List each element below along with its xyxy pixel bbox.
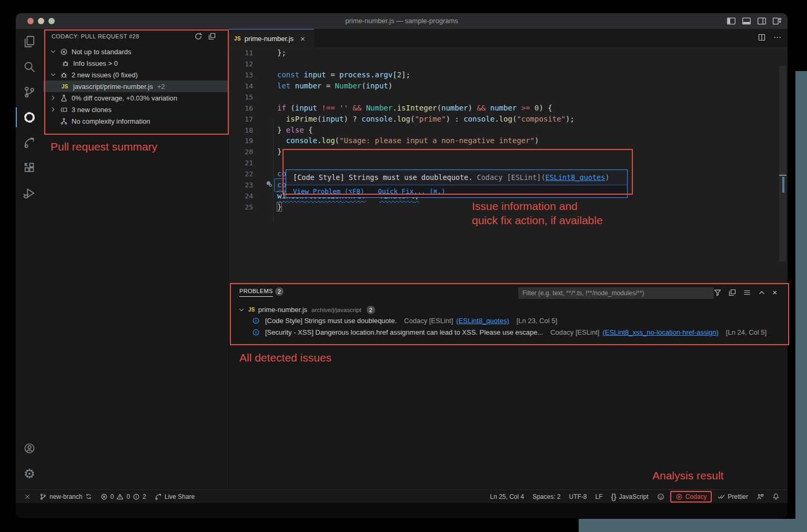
line-number: 12 bbox=[232, 58, 253, 69]
layout-customize-icon[interactable] bbox=[772, 16, 782, 26]
status-branch[interactable]: new-branch bbox=[38, 493, 94, 500]
status-prettier[interactable]: Prettier bbox=[716, 493, 750, 500]
collapse-all-icon[interactable] bbox=[208, 32, 216, 41]
code-line-21[interactable]: 21 bbox=[229, 157, 776, 168]
status-feedback[interactable] bbox=[755, 493, 765, 500]
activity-item-live-share[interactable] bbox=[16, 130, 43, 155]
problem-rule-link[interactable]: (ESLint8_quotes) bbox=[456, 317, 509, 325]
activity-item-source-control[interactable] bbox=[16, 79, 43, 105]
more-actions-icon[interactable]: ⋯ bbox=[773, 33, 781, 42]
group-by-icon[interactable] bbox=[728, 288, 737, 297]
chevron-down-icon[interactable] bbox=[238, 306, 245, 314]
gear-icon: ⚙ bbox=[24, 467, 35, 480]
status-encoding[interactable]: UTF-8 bbox=[568, 493, 589, 500]
status-codacy[interactable]: Codacy bbox=[671, 492, 711, 501]
tree-item[interactable]: 3 new clones bbox=[43, 104, 228, 115]
code-line-12[interactable]: 12 bbox=[229, 58, 776, 69]
activity-item-accounts[interactable] bbox=[16, 436, 43, 461]
sidebar-actions bbox=[194, 32, 216, 41]
code-line-20[interactable]: 20} bbox=[229, 146, 776, 157]
clone-icon bbox=[60, 106, 68, 114]
code-line-17[interactable]: 17 isPrime(input) ? console.log("prime")… bbox=[229, 114, 776, 125]
code-text: } else { bbox=[277, 125, 312, 136]
line-number: 15 bbox=[232, 92, 253, 103]
layout-panel-icon[interactable] bbox=[741, 16, 752, 26]
refresh-icon[interactable] bbox=[194, 32, 203, 41]
code-line-16[interactable]: 16if (input !== '' && Number.isInteger(n… bbox=[229, 103, 776, 114]
tree-item[interactable]: JSjavascript/prime-number.js+2 bbox=[43, 81, 228, 92]
info-circle-icon bbox=[133, 493, 140, 500]
hover-rule-link[interactable]: ESLint8_quotes bbox=[546, 173, 606, 182]
filter-icon[interactable] bbox=[713, 288, 722, 297]
chevron-up-icon[interactable] bbox=[758, 288, 766, 297]
line-number: 25 bbox=[232, 202, 253, 213]
tree-item[interactable]: Not up to standards bbox=[43, 46, 228, 57]
chevron-down-icon[interactable] bbox=[238, 306, 248, 314]
layout-sidebar-right-icon[interactable] bbox=[756, 16, 767, 26]
run-debug-icon bbox=[23, 187, 36, 199]
activity-item-explorer[interactable] bbox=[16, 29, 43, 54]
tree-item[interactable]: 2 new issues (0 fixed) bbox=[43, 69, 228, 81]
code-line-13[interactable]: 13const input = process.argv[2]; bbox=[229, 69, 776, 81]
status-cursor-position[interactable]: Ln 25, Col 4 bbox=[488, 493, 526, 500]
code-line-11[interactable]: 11}; bbox=[229, 47, 776, 58]
problems-panel: PROBLEMS 2 × JS prime-number.js archive/… bbox=[229, 283, 788, 490]
person-feedback-icon bbox=[756, 493, 764, 500]
activity-item-testing[interactable] bbox=[16, 180, 43, 206]
status-remote[interactable] bbox=[22, 493, 33, 500]
activity-item-extensions[interactable] bbox=[16, 155, 43, 180]
status-notifications[interactable] bbox=[771, 493, 781, 500]
status-label: LF bbox=[596, 493, 603, 500]
code-line-14[interactable]: 14let number = Number(input) bbox=[229, 81, 776, 92]
status-github[interactable] bbox=[655, 493, 666, 500]
tab-prime-number[interactable]: JS prime-number.js × bbox=[229, 29, 314, 47]
status-language[interactable]: {}JavaScript bbox=[610, 493, 650, 500]
status-eol[interactable]: LF bbox=[594, 493, 604, 500]
view-as-list-icon[interactable] bbox=[743, 288, 751, 297]
sidebar-codacy: CODACY: PULL REQUEST #28 Not up to stand… bbox=[43, 29, 228, 489]
account-icon bbox=[24, 443, 35, 454]
code-line-25[interactable]: 25} bbox=[229, 202, 776, 213]
code-line-15[interactable]: 15 bbox=[229, 92, 776, 103]
line-number: 17 bbox=[232, 114, 253, 125]
code-line-18[interactable]: 18} else { bbox=[229, 125, 776, 136]
problems-filter-input[interactable] bbox=[518, 287, 714, 299]
code-line-19[interactable]: 19 console.log("Usage: please input a no… bbox=[229, 135, 776, 146]
js-file-icon: JS bbox=[234, 36, 241, 42]
activity-item-codacy[interactable] bbox=[16, 105, 43, 130]
tab-close-icon[interactable]: × bbox=[300, 34, 305, 43]
problem-location: [Ln 23, Col 5] bbox=[517, 317, 557, 325]
activity-item-search[interactable] bbox=[16, 54, 43, 79]
layout-sidebar-left-icon[interactable] bbox=[726, 16, 737, 26]
problem-row[interactable]: [Code Style] Strings must use doublequot… bbox=[252, 315, 557, 326]
tree-item[interactable]: Info Issues > 0 bbox=[43, 57, 228, 69]
search-icon bbox=[23, 61, 36, 73]
tab-problems[interactable]: PROBLEMS bbox=[239, 288, 273, 297]
status-live-share[interactable]: Live Share bbox=[153, 493, 196, 500]
code-text: } bbox=[277, 146, 281, 157]
tree-item[interactable]: 0% diff coverage, +0.03% variation bbox=[43, 92, 228, 104]
status-problems-summary[interactable]: 002 bbox=[99, 493, 148, 500]
view-problem-action[interactable]: View Problem (⌥F8) bbox=[293, 187, 364, 195]
code-editor[interactable]: 11};1213const input = process.argv[2];14… bbox=[229, 47, 788, 283]
chevron-right-icon[interactable] bbox=[49, 94, 57, 102]
quick-fix-action[interactable]: Quick Fix... (⌘.) bbox=[378, 187, 445, 195]
close-panel-icon[interactable]: × bbox=[772, 288, 777, 297]
status-indentation[interactable]: Spaces: 2 bbox=[531, 493, 562, 500]
editor-group[interactable]: JS prime-number.js × ⋯ 11};1213const inp… bbox=[229, 29, 788, 283]
line-number: 14 bbox=[232, 81, 253, 92]
line-number: 18 bbox=[232, 125, 253, 136]
status-label: Codacy bbox=[685, 493, 707, 500]
problem-rule-link[interactable]: (ESLint8_xss_no-location-href-assign) bbox=[602, 328, 718, 336]
problems-file-row[interactable]: JS prime-number.js archive/j/javascript … bbox=[229, 304, 788, 315]
tree-item[interactable]: No complexity information bbox=[43, 115, 228, 127]
line-number: 23 bbox=[232, 179, 253, 190]
scrollbar[interactable] bbox=[779, 66, 786, 262]
chevron-down-icon[interactable] bbox=[49, 48, 57, 55]
chevron-right-icon[interactable] bbox=[49, 106, 57, 113]
split-editor-icon[interactable] bbox=[758, 33, 766, 42]
problem-row[interactable]: [Security - XSS] Dangerous location.href… bbox=[252, 327, 766, 338]
chevron-down-icon[interactable] bbox=[49, 71, 57, 78]
activity-item-manage[interactable]: ⚙ bbox=[16, 461, 43, 486]
status-label: JavaScript bbox=[619, 493, 649, 500]
